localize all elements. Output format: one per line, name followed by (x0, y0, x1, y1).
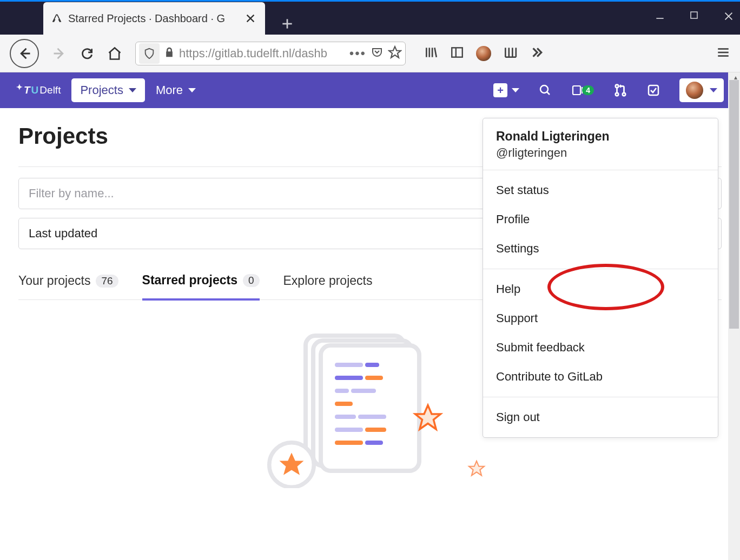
tab-explore-projects[interactable]: Explore projects (283, 273, 373, 299)
scrollbar-thumb[interactable] (729, 80, 739, 329)
bookmark-star-icon[interactable] (388, 45, 402, 62)
nav-forward-button[interactable] (52, 46, 67, 61)
issues-button[interactable]: 4 (571, 84, 594, 97)
user-dropdown-header: Ronald Ligteringen @rligteringen (483, 118, 718, 170)
menu-support[interactable]: Support (483, 304, 718, 333)
menu-help[interactable]: Help (483, 275, 718, 304)
user-dropdown-menu: Ronald Ligteringen @rligteringen Set sta… (483, 118, 718, 438)
tab-title: Starred Projects · Dashboard · G (68, 12, 239, 25)
tab-your-projects[interactable]: Your projects 76 (18, 273, 118, 299)
svg-rect-5 (691, 12, 697, 18)
tab-count-badge: 76 (96, 275, 118, 288)
tab-starred-projects[interactable]: Starred projects 0 (142, 273, 260, 301)
chevron-down-icon (129, 88, 136, 92)
url-more-icon[interactable]: ••• (349, 46, 366, 61)
home-button[interactable] (107, 46, 122, 61)
menu-sign-out[interactable]: Sign out (483, 403, 718, 432)
projects-dropdown[interactable]: Projects (71, 78, 144, 102)
more-label: More (156, 83, 183, 97)
reload-button[interactable] (80, 46, 94, 61)
tab-favicon-icon (51, 12, 63, 24)
chevron-down-icon (710, 88, 717, 92)
gitlab-logo[interactable]: ✦TUDelft (16, 84, 61, 96)
window-minimize-icon[interactable] (655, 10, 665, 25)
menu-contribute[interactable]: Contribute to GitLab (483, 362, 718, 391)
star-icon (467, 459, 486, 478)
tab-label: Starred projects (142, 273, 237, 288)
window-controls (655, 10, 735, 25)
svg-point-27 (616, 93, 618, 96)
svg-point-26 (616, 85, 618, 88)
menu-set-status[interactable]: Set status (483, 176, 718, 205)
library-icon[interactable] (424, 45, 438, 62)
new-menu-button[interactable]: + (493, 83, 519, 97)
svg-rect-24 (573, 86, 580, 95)
svg-line-11 (435, 48, 437, 57)
window-maximize-icon[interactable] (689, 10, 699, 25)
window-close-icon[interactable] (723, 10, 735, 25)
chevron-down-icon (188, 88, 196, 92)
svg-point-28 (623, 93, 625, 96)
overflow-chevron-icon[interactable] (529, 45, 543, 62)
new-tab-button[interactable] (280, 17, 294, 35)
menu-settings[interactable]: Settings (483, 234, 718, 263)
star-icon (267, 441, 316, 488)
url-text: https://gitlab.tudelft.nl/dashb (179, 46, 345, 61)
chevron-down-icon (512, 88, 519, 92)
merge-requests-button[interactable] (613, 83, 627, 97)
url-bar[interactable]: https://gitlab.tudelft.nl/dashb ••• (135, 42, 406, 65)
todos-button[interactable] (647, 84, 660, 97)
account-avatar[interactable] (476, 46, 491, 61)
tab-label: Your projects (18, 274, 90, 288)
browser-tab[interactable]: Starred Projects · Dashboard · G (43, 2, 265, 35)
browser-toolbar: https://gitlab.tudelft.nl/dashb ••• (0, 35, 740, 72)
tab-label: Explore projects (283, 274, 373, 288)
menu-profile[interactable]: Profile (483, 205, 718, 234)
sidebar-icon[interactable] (450, 45, 464, 62)
lock-icon[interactable] (164, 47, 175, 60)
svg-rect-12 (452, 48, 463, 57)
user-handle: @rligteringen (496, 146, 705, 160)
tracking-shield-icon[interactable] (139, 43, 160, 64)
more-dropdown[interactable]: More (156, 83, 196, 97)
svg-point-22 (540, 85, 548, 93)
issues-count-badge: 4 (582, 85, 594, 95)
search-button[interactable] (539, 84, 552, 97)
menu-submit-feedback[interactable]: Submit feedback (483, 333, 718, 362)
svg-rect-29 (649, 85, 658, 95)
app-menu-button[interactable] (716, 45, 730, 62)
nav-back-button[interactable] (10, 39, 39, 68)
tab-close-icon[interactable] (245, 12, 256, 24)
scrollbar-track[interactable]: ▴ (728, 72, 740, 488)
user-menu-button[interactable] (679, 78, 724, 102)
projects-label: Projects (80, 83, 123, 97)
user-avatar (686, 82, 703, 99)
star-icon (413, 403, 443, 433)
grid-icon[interactable] (503, 45, 517, 62)
browser-titlebar: Starred Projects · Dashboard · G (0, 0, 740, 35)
sort-label: Last updated (29, 226, 97, 241)
user-full-name: Ronald Ligteringen (496, 129, 705, 144)
pocket-icon[interactable] (371, 46, 384, 61)
gitlab-navbar: ✦TUDelft Projects More + 4 (0, 72, 740, 108)
plus-icon: + (493, 83, 507, 97)
svg-line-23 (547, 92, 550, 95)
tab-count-badge: 0 (243, 274, 260, 287)
